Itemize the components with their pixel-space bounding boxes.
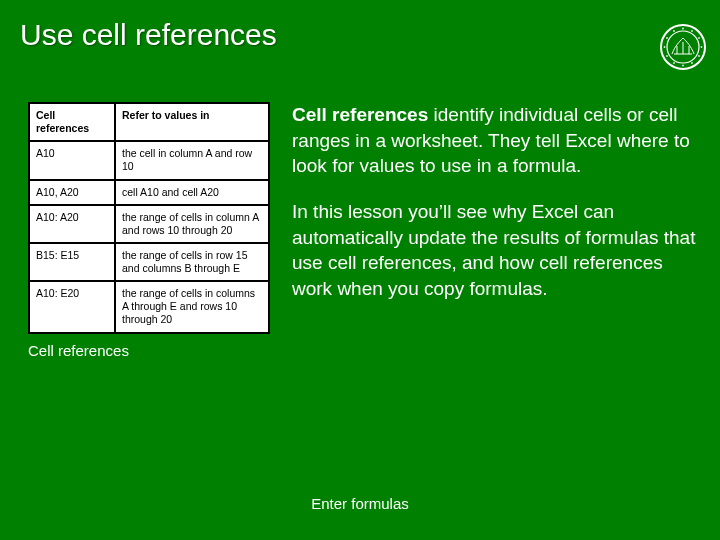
svg-point-13 [673, 30, 675, 32]
svg-point-9 [673, 62, 675, 64]
cell-desc: cell A10 and cell A20 [115, 180, 269, 205]
col-header-desc: Refer to values in [115, 103, 269, 141]
svg-point-7 [691, 62, 693, 64]
cell-desc: the range of cells in columns A through … [115, 281, 269, 332]
cell-desc: the cell in column A and row 10 [115, 141, 269, 179]
svg-point-11 [664, 46, 666, 48]
svg-point-8 [682, 65, 684, 67]
cell-ref: B15: E15 [29, 243, 115, 281]
table-row: A10 the cell in column A and row 10 [29, 141, 269, 179]
col-header-ref: Cell references [29, 103, 115, 141]
table-row: A10: E20 the range of cells in columns A… [29, 281, 269, 332]
footer-text: Enter formulas [0, 495, 720, 512]
seal-logo-icon [660, 24, 706, 74]
svg-point-4 [698, 37, 700, 39]
paragraph-1: Cell references identify individual cell… [292, 102, 700, 179]
svg-point-5 [701, 46, 703, 48]
svg-point-6 [698, 55, 700, 57]
table-caption: Cell references [0, 334, 720, 359]
svg-point-3 [691, 30, 693, 32]
svg-point-12 [666, 37, 668, 39]
cell-reference-table: Cell references Refer to values in A10 t… [28, 102, 270, 334]
body-text: Cell references identify individual cell… [292, 102, 700, 321]
svg-point-10 [666, 55, 668, 57]
cell-desc: the range of cells in row 15 and columns… [115, 243, 269, 281]
cell-desc: the range of cells in column A and rows … [115, 205, 269, 243]
svg-point-2 [682, 28, 684, 30]
cell-ref: A10, A20 [29, 180, 115, 205]
lead-strong: Cell references [292, 104, 428, 125]
paragraph-2: In this lesson you’ll see why Excel can … [292, 199, 700, 302]
slide-title: Use cell references [20, 18, 277, 52]
cell-ref: A10: E20 [29, 281, 115, 332]
cell-ref: A10: A20 [29, 205, 115, 243]
table-row: B15: E15 the range of cells in row 15 an… [29, 243, 269, 281]
table-row: A10: A20 the range of cells in column A … [29, 205, 269, 243]
table-header-row: Cell references Refer to values in [29, 103, 269, 141]
cell-ref: A10 [29, 141, 115, 179]
table-row: A10, A20 cell A10 and cell A20 [29, 180, 269, 205]
